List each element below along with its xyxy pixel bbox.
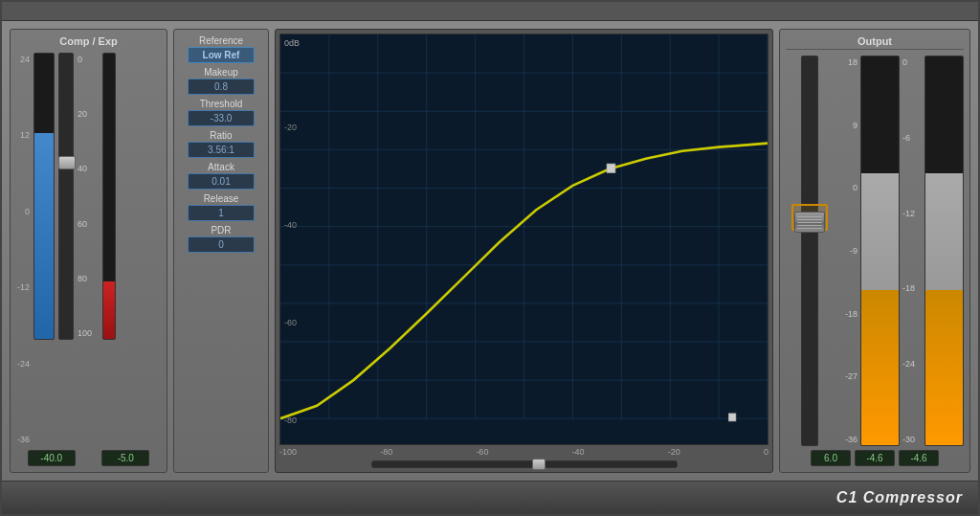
comp-exp-title: Comp / Exp	[16, 35, 161, 47]
output-meter-2	[924, 56, 964, 446]
graph-0db-label: 0dB	[284, 38, 300, 48]
slider-line-2	[797, 219, 822, 220]
output-value-2[interactable]: -4.6	[855, 450, 895, 466]
attack-value[interactable]: 0.01	[188, 173, 255, 190]
reference-value[interactable]: Low Ref	[188, 47, 255, 63]
pdr-group: PDR 0	[178, 225, 264, 253]
release-value[interactable]: 1	[188, 205, 255, 221]
output-meter-1-fill-top	[861, 173, 899, 290]
pdr-value[interactable]: 0	[188, 236, 255, 253]
threshold-group: Threshold -33.0	[178, 99, 264, 126]
meter-red-fill	[103, 281, 115, 339]
reference-label: Reference	[199, 35, 243, 46]
gain-reduction-meter	[102, 53, 116, 340]
graph-bottom-slider	[279, 460, 768, 468]
threshold-value[interactable]: -33.0	[188, 110, 255, 126]
release-group: Release 1	[178, 193, 264, 221]
slider-line-4	[797, 225, 822, 226]
input-meter-blue	[33, 53, 55, 340]
graph-x-labels: -100 -80 -60 -40 -20 0	[279, 445, 768, 457]
graph-canvas[interactable]: 0dB -20 -40 -60 -80	[279, 34, 768, 445]
graph-svg	[280, 34, 768, 444]
output-meters-row: 18 9 0 -9 -18 -27 -36 0 -6 -12	[786, 56, 964, 446]
output-fader-panel	[786, 56, 834, 446]
makeup-value[interactable]: 0.8	[188, 79, 255, 95]
ratio-label: Ratio	[210, 130, 232, 141]
output-scale-left: 18 9 0 -9 -18 -27 -36	[836, 56, 858, 446]
graph-h-slider-thumb[interactable]	[532, 459, 546, 470]
output-panel: Output	[779, 29, 970, 473]
svg-rect-21	[728, 414, 736, 421]
main-container: Comp / Exp 24 12 0 -12 -24 -36	[0, 0, 980, 516]
slider-line-1	[797, 216, 822, 217]
ratio-value[interactable]: 3.56:1	[188, 142, 255, 158]
output-bottom: 6.0 -4.6 -4.6	[786, 450, 964, 466]
bottom-bar: C1 Compressor	[2, 481, 978, 514]
output-meter-2-fill	[925, 290, 963, 445]
attack-label: Attack	[208, 162, 234, 172]
ratio-group: Ratio 3.56:1	[178, 130, 264, 158]
output-title: Output	[786, 35, 964, 50]
output-meter-1	[860, 56, 900, 446]
output-scale-right: 0 -6 -12 -18 -24 -30	[902, 56, 922, 446]
makeup-group: Makeup 0.8	[178, 67, 264, 95]
top-bar	[2, 2, 978, 21]
comp-slider-thumb[interactable]	[58, 156, 76, 169]
output-fader-thumb[interactable]	[794, 212, 825, 233]
controls-panel: Reference Low Ref Makeup 0.8 Threshold -…	[173, 29, 269, 473]
reference-group: Reference Low Ref	[178, 35, 264, 63]
comp-value-right[interactable]: -5.0	[101, 450, 149, 466]
output-fader-track[interactable]	[801, 56, 818, 446]
meters-row: 24 12 0 -12 -24 -36 0 20	[16, 53, 161, 446]
attack-group: Attack 0.01	[178, 162, 264, 190]
output-meter-1-fill	[861, 290, 899, 445]
svg-rect-20	[607, 164, 615, 172]
slider-line-5	[797, 228, 822, 229]
release-label: Release	[204, 193, 239, 204]
comp-exp-panel: Comp / Exp 24 12 0 -12 -24 -36	[10, 29, 167, 473]
pdr-label: PDR	[211, 225, 231, 236]
output-value-3[interactable]: -4.6	[899, 450, 939, 466]
graph-h-slider-track[interactable]	[371, 460, 678, 468]
output-meter-2-fill-top	[925, 173, 963, 290]
output-value-1[interactable]: 6.0	[811, 450, 851, 466]
comp-value-left[interactable]: -40.0	[28, 450, 76, 466]
right-scale: 0 20 40 60 80 100	[78, 53, 99, 340]
slider-line-3	[797, 222, 822, 223]
comp-slider-track[interactable]	[58, 53, 74, 340]
left-scale: 24 12 0 -12 -24 -36	[16, 53, 30, 446]
threshold-label: Threshold	[200, 99, 242, 109]
meter-blue-fill	[34, 133, 54, 339]
comp-bottom: -40.0 -5.0	[16, 450, 161, 466]
content-area: Comp / Exp 24 12 0 -12 -24 -36	[2, 21, 978, 481]
makeup-label: Makeup	[204, 67, 238, 78]
product-name: C1 Compressor	[836, 489, 963, 506]
graph-panel: 0dB -20 -40 -60 -80 -100 -80 -60 -40 -20…	[275, 29, 773, 473]
